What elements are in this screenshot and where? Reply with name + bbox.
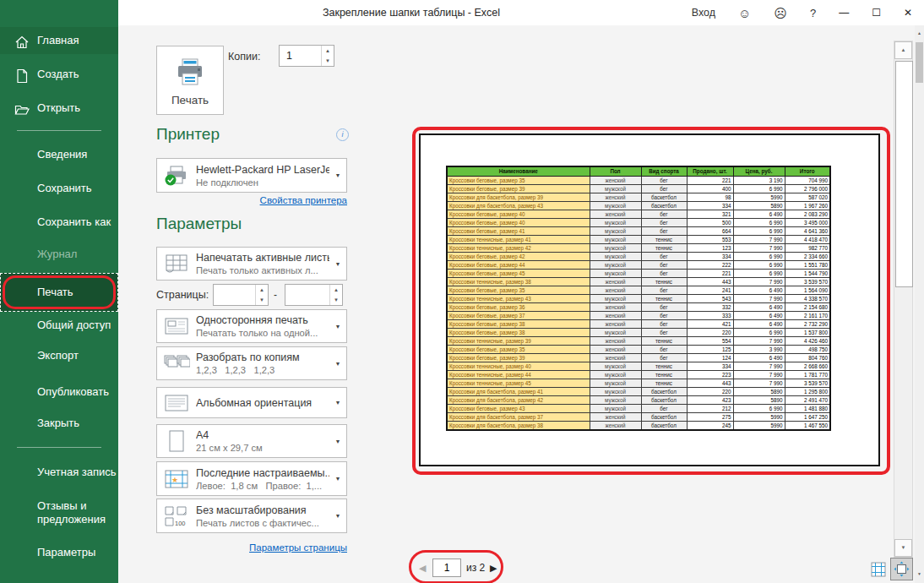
sidebar-item-share[interactable]: Общий доступ <box>0 313 118 338</box>
table-cell: Кроссовки для баскетбола, размер 38 <box>447 422 590 431</box>
copies-decrement[interactable]: ▼ <box>322 56 334 66</box>
window-scrollbar[interactable]: ▲ ▼ <box>915 25 924 583</box>
collate-icon <box>157 352 196 374</box>
chevron-down-icon: ▼ <box>329 324 346 330</box>
sidebar-item-label: Печать <box>37 273 73 312</box>
scroll-up-button[interactable]: ▲ <box>894 41 912 59</box>
sidebar-item-save[interactable]: Сохранить <box>0 176 118 201</box>
pages-from-input[interactable] <box>214 285 255 305</box>
sidebar-item-open[interactable]: Открыть <box>0 95 118 122</box>
table-cell: 222 <box>687 261 733 270</box>
table-row: Кроссовки для баскетбола, размер 42мужск… <box>447 396 830 405</box>
printer-properties-link[interactable]: Свойства принтера <box>156 195 347 205</box>
smiley-icon[interactable]: ☺ <box>738 7 751 19</box>
sidebar-item-options[interactable]: Параметры <box>0 540 118 565</box>
scroll-down-button[interactable]: ▼ <box>894 539 912 557</box>
setting-margins[interactable]: ★ Последние настраиваемы... Левое: 1,8 с… <box>156 461 347 496</box>
next-page-arrow[interactable]: ▶ <box>490 558 497 578</box>
zoom-to-page-icon <box>894 561 910 577</box>
setting-title: Без масштабирования <box>196 504 329 516</box>
table-cell: баскетбол <box>641 413 687 422</box>
copies-input[interactable] <box>280 46 321 66</box>
table-cell: женский <box>590 312 641 320</box>
table-cell: 2 161 170 <box>785 312 830 320</box>
pages-from-decrement[interactable]: ▼ <box>256 295 268 305</box>
table-cell: 5890 <box>733 388 785 396</box>
preview-table-header-row: НаименованиеПолВид спортаПродано, шт.Цен… <box>447 166 830 177</box>
table-cell: женский <box>590 346 641 354</box>
sidebar-item-close[interactable]: Закрыть <box>0 411 118 436</box>
setting-title: Напечатать активные листы <box>196 252 329 264</box>
sidebar-item-home[interactable]: Главная <box>0 27 118 54</box>
table-cell: бег <box>641 270 687 278</box>
scrollbar-thumb[interactable] <box>916 42 923 83</box>
sidebar-item-export[interactable]: Экспорт <box>0 343 118 368</box>
table-cell: 6 490 <box>733 210 785 219</box>
sidebar-item-save-as[interactable]: Сохранить как <box>0 210 118 235</box>
pages-to-decrement[interactable]: ▼ <box>330 295 342 305</box>
table-cell: 2 334 660 <box>785 253 830 261</box>
table-row: Кроссовки для баскетбола, размер 43мужск… <box>447 202 830 210</box>
setting-collation[interactable]: Разобрать по копиям 1,2,3 1,2,3 1,2,3 ▼ <box>156 346 347 380</box>
paper-size-icon <box>157 429 196 453</box>
table-cell: мужской <box>590 227 641 236</box>
table-cell: мужской <box>590 362 641 371</box>
setting-title: A4 <box>196 429 329 441</box>
table-cell: 982 770 <box>785 244 830 253</box>
pages-to-input[interactable] <box>285 285 329 305</box>
table-cell: Кроссовки теннисные, размер 43 <box>447 295 590 303</box>
table-cell: 241 <box>687 286 733 295</box>
setting-orientation[interactable]: Альбомная ориентация ▼ <box>156 387 347 418</box>
page-setup-link[interactable]: Параметры страницы <box>156 542 347 553</box>
pages-to-increment[interactable]: ▲ <box>330 285 342 295</box>
sidebar-item-publish[interactable]: Опубликовать <box>0 379 118 405</box>
table-cell: 2 796 000 <box>785 185 830 193</box>
sidebar-item-info[interactable]: Сведения <box>0 142 118 167</box>
sidebar-item-history[interactable]: Журнал <box>0 242 118 267</box>
titlebar: Закрепление шапки таблицы - Excel Вход ☺… <box>0 0 924 25</box>
setting-scaling[interactable]: 100 Без масштабирования Печать листов с … <box>156 499 347 533</box>
pages-from-increment[interactable]: ▲ <box>256 285 268 295</box>
scroll-down-button[interactable]: ▼ <box>915 568 924 580</box>
table-cell: 704 990 <box>785 177 830 185</box>
setting-paper-size[interactable]: A4 21 см x 29,7 см ▼ <box>156 424 347 458</box>
maximize-button[interactable]: ☐ <box>872 7 881 19</box>
setting-duplex[interactable]: Односторонняя печать Печатать только на … <box>156 309 347 343</box>
preview-scrollbar[interactable]: ▲ ▼ <box>894 41 913 558</box>
table-cell: 4 641 360 <box>785 227 830 236</box>
table-cell: 6 990 <box>733 405 785 413</box>
frowny-icon[interactable]: ☹ <box>774 7 787 19</box>
sidebar-item-account[interactable]: Учетная запись <box>0 460 118 485</box>
close-button[interactable]: ✕ <box>904 7 912 19</box>
print-button[interactable]: Печать <box>156 46 224 115</box>
copies-increment[interactable]: ▲ <box>322 46 334 56</box>
previous-page-arrow[interactable]: ◀ <box>419 558 426 578</box>
sign-in-button[interactable]: Вход <box>692 7 715 19</box>
table-cell: бег <box>641 185 687 193</box>
table-cell: Кроссовки беговые, размер 43 <box>447 405 590 413</box>
table-row: Кроссовки для баскетбола, размер 39женск… <box>447 193 830 202</box>
pages-label: Страницы: <box>156 284 209 306</box>
table-cell: 6 990 <box>733 329 785 337</box>
sidebar-item-label: Открыть <box>37 101 80 114</box>
sidebar-item-label: Отзывы и предложения <box>37 499 106 526</box>
minimize-button[interactable]: — <box>839 7 849 19</box>
help-icon[interactable]: ? <box>810 7 816 19</box>
column-header: Цена, руб. <box>733 166 785 177</box>
scrollbar-thumb[interactable] <box>895 61 913 287</box>
scroll-up-button[interactable]: ▲ <box>915 27 924 40</box>
setting-what-to-print[interactable]: Напечатать активные листы Печать только … <box>156 247 347 281</box>
printer-selector[interactable]: Hewlett-Packard HP LaserJe... Не подключ… <box>156 158 347 193</box>
sidebar-item-feedback[interactable]: Отзывы и предложения <box>0 497 110 534</box>
current-page-input[interactable] <box>432 558 461 577</box>
sidebar-item-new[interactable]: Создать <box>0 61 118 88</box>
info-icon[interactable]: i <box>336 128 349 141</box>
table-cell: 2 668 660 <box>785 362 830 371</box>
table-cell: 7 990 <box>733 337 785 346</box>
sidebar-item-print[interactable]: Печать <box>0 273 118 312</box>
show-margins-button[interactable] <box>868 559 889 580</box>
table-cell: 443 <box>687 278 733 286</box>
table-cell: 124 <box>687 354 733 362</box>
zoom-to-page-button[interactable] <box>890 558 913 580</box>
active-sheets-icon <box>157 253 196 275</box>
